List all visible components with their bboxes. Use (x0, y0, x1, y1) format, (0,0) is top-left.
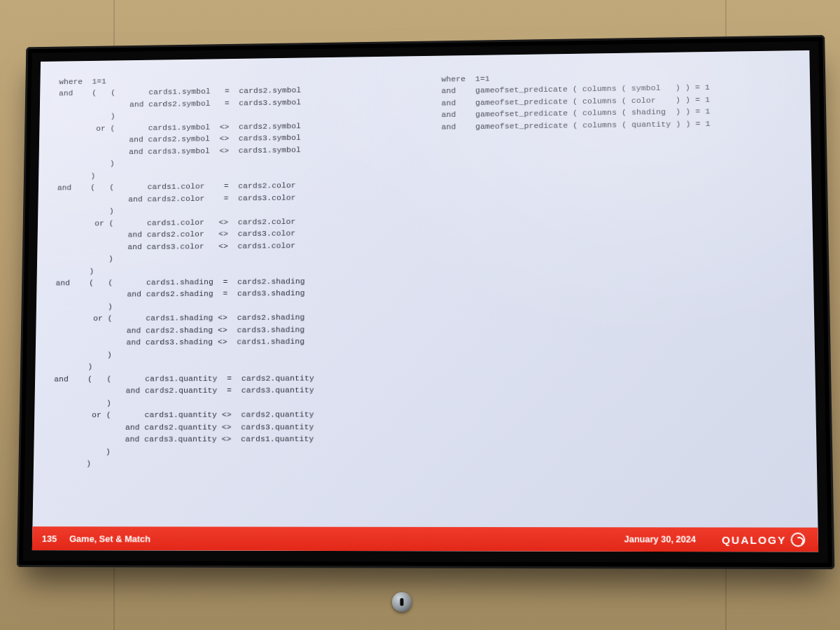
code-block-verbose: where 1=1 and ( ( cards1.symbol = cards2… (52, 71, 429, 520)
brand-name: QUALOGY (722, 533, 787, 546)
slide-title: Game, Set & Match (69, 533, 624, 545)
page-number: 135 (42, 533, 69, 544)
brand-logo-icon (790, 533, 805, 547)
code-block-refactor: where 1=1 and gameofset_predicate ( colu… (441, 66, 799, 520)
cabinet-lock-icon (392, 592, 412, 612)
brand-block: QUALOGY (722, 533, 806, 547)
presentation-screen: SAMSUNG where 1=1 and ( ( cards1.symbol … (17, 35, 834, 569)
slide-footer: 135 Game, Set & Match January 30, 2024 Q… (32, 526, 818, 552)
slide: where 1=1 and ( ( cards1.symbol = cards2… (32, 50, 818, 552)
slide-date: January 30, 2024 (624, 534, 696, 544)
